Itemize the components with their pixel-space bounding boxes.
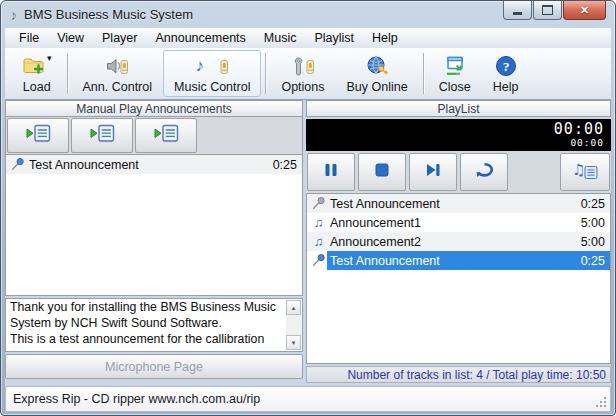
playlist-row[interactable]: Test Announcement0:25 (307, 251, 610, 270)
repeat-button[interactable] (460, 153, 508, 191)
play-list-icon (25, 123, 52, 148)
toolbar-options-button[interactable]: Options (270, 50, 335, 97)
lcd-remaining-time: 00:00 (570, 138, 604, 148)
track-duration: 5:00 (581, 216, 605, 230)
speaker-fader-icon (105, 54, 129, 79)
pause-icon (322, 162, 340, 182)
app-window: ♪ BMS Business Music System ✕ FileViewPl… (0, 0, 616, 416)
music-list-button[interactable]: ♫ (560, 153, 610, 191)
menu-music[interactable]: Music (255, 29, 306, 47)
play-announcement-button-3[interactable] (135, 118, 197, 153)
window-controls: ✕ (503, 1, 606, 20)
playlist-header: PlayList (306, 100, 611, 117)
svg-text:?: ? (502, 59, 509, 74)
music-note-icon: ♫ (310, 216, 327, 230)
status-text: Express Rip - CD ripper www.nch.com.au/r… (13, 392, 260, 406)
minimize-button[interactable] (503, 1, 532, 20)
microphone-gray-icon (310, 196, 327, 211)
play-list-icon (153, 123, 180, 148)
close-window-button[interactable]: ✕ (563, 1, 606, 20)
globe-key-icon (365, 54, 389, 79)
playlist-panel: PlayList 00:00 00:00 ♫ Test Announcement… (306, 100, 611, 386)
transport-controls: ♫ (306, 151, 611, 193)
playlist-row[interactable]: ♫Announcement25:00 (307, 232, 610, 251)
next-button[interactable] (409, 153, 457, 191)
toolbar-separator (67, 53, 68, 94)
toolbar-ann-control-button[interactable]: Ann. Control (72, 50, 163, 97)
play-list-icon (89, 123, 116, 148)
toolbar-help-button[interactable]: ?Help (482, 50, 530, 97)
track-name: Test Announcement (330, 197, 440, 211)
app-music-note-icon: ♪ (8, 6, 18, 23)
toolbar-button-label: Load (23, 80, 51, 94)
repeat-icon (473, 161, 496, 183)
toolbar-buy-online-button[interactable]: Buy Online (336, 50, 419, 97)
lcd-elapsed-time: 00:00 (554, 122, 604, 137)
toolbar-music-control-button[interactable]: ♪Music Control (163, 50, 261, 97)
title-bar[interactable]: ♪ BMS Business Music System ✕ (1, 1, 615, 28)
manual-play-panel: Manual Play Announcements Test Announcem… (5, 100, 303, 386)
playlist-track-list[interactable]: Test Announcement0:25♫Announcement15:00♫… (306, 193, 611, 364)
toolbar-close-button[interactable]: Close (428, 50, 482, 97)
menu-player[interactable]: Player (93, 29, 146, 47)
toolbar-separator (423, 53, 424, 94)
track-duration: 0:25 (581, 197, 605, 211)
menu-bar: FileViewPlayerAnnouncementsMusicPlaylist… (5, 28, 611, 49)
maximize-button[interactable] (533, 1, 562, 20)
menu-view[interactable]: View (48, 29, 93, 47)
resize-grip[interactable] (596, 397, 607, 408)
close-window-icon (443, 54, 467, 79)
music-list-icon: ♫ (572, 160, 599, 185)
track-duration: 5:00 (581, 235, 605, 249)
playlist-row[interactable]: ♫Announcement15:00 (307, 213, 610, 232)
window-title: BMS Business Music System (24, 7, 193, 22)
menu-help[interactable]: Help (363, 29, 407, 47)
toolbar-button-label: Ann. Control (83, 80, 152, 94)
announcement-info-text: Thank you for installing the BMS Busines… (10, 300, 284, 350)
scroll-down-icon[interactable]: ▼ (286, 335, 301, 350)
folder-add-icon: ▾ (22, 54, 52, 79)
announcement-info-box: Thank you for installing the BMS Busines… (5, 298, 303, 352)
manual-play-header: Manual Play Announcements (5, 100, 303, 117)
pause-button[interactable] (307, 153, 355, 191)
play-announcement-button-1[interactable] (7, 118, 69, 153)
scroll-up-icon[interactable]: ▲ (286, 300, 301, 315)
playlist-summary: Number of tracks in list: 4 / Total play… (306, 366, 611, 383)
minimize-icon (513, 12, 522, 15)
manual-play-buttons (5, 117, 303, 154)
microphone-page-button[interactable]: Microphone Page (5, 354, 303, 379)
menu-playlist[interactable]: Playlist (305, 29, 363, 47)
announcement-list[interactable]: Test Announcement0:25 (5, 154, 303, 296)
toolbar-load-button[interactable]: ▾Load (11, 50, 63, 97)
microphone-blue-icon (310, 253, 327, 268)
music-note-icon: ♫ (310, 235, 327, 249)
menu-file[interactable]: File (10, 29, 48, 47)
track-name: Announcement2 (330, 235, 421, 249)
help-icon: ? (494, 54, 518, 79)
track-name: Test Announcement (330, 254, 440, 268)
toolbar-separator (265, 53, 266, 94)
main-area: Manual Play Announcements Test Announcem… (5, 100, 611, 386)
toolbar-button-label: Music Control (174, 80, 250, 94)
microphone-blue-icon (9, 157, 26, 172)
tools-fader-icon (291, 54, 315, 79)
menu-announcements[interactable]: Announcements (146, 29, 254, 47)
track-duration: 0:25 (273, 158, 297, 172)
playlist-row[interactable]: Test Announcement0:25 (307, 194, 610, 213)
info-scrollbar[interactable]: ▲ ▼ (286, 300, 301, 350)
close-icon: ✕ (580, 5, 589, 16)
next-icon (424, 162, 442, 182)
status-bar: Express Rip - CD ripper www.nch.com.au/r… (5, 386, 611, 412)
toolbar-button-label: Close (439, 80, 471, 94)
track-name: Announcement1 (330, 216, 421, 230)
toolbar: ▾LoadAnn. Control♪Music ControlOptionsBu… (5, 48, 611, 100)
track-duration: 0:25 (581, 254, 605, 268)
lcd-display: 00:00 00:00 (306, 119, 611, 151)
play-announcement-button-2[interactable] (71, 118, 133, 153)
announcement-row[interactable]: Test Announcement0:25 (6, 155, 302, 174)
track-name: Test Announcement (29, 158, 139, 172)
toolbar-button-label: Buy Online (347, 80, 408, 94)
stop-button[interactable] (358, 153, 406, 191)
maximize-icon (542, 5, 553, 15)
toolbar-button-label: Options (281, 80, 324, 94)
